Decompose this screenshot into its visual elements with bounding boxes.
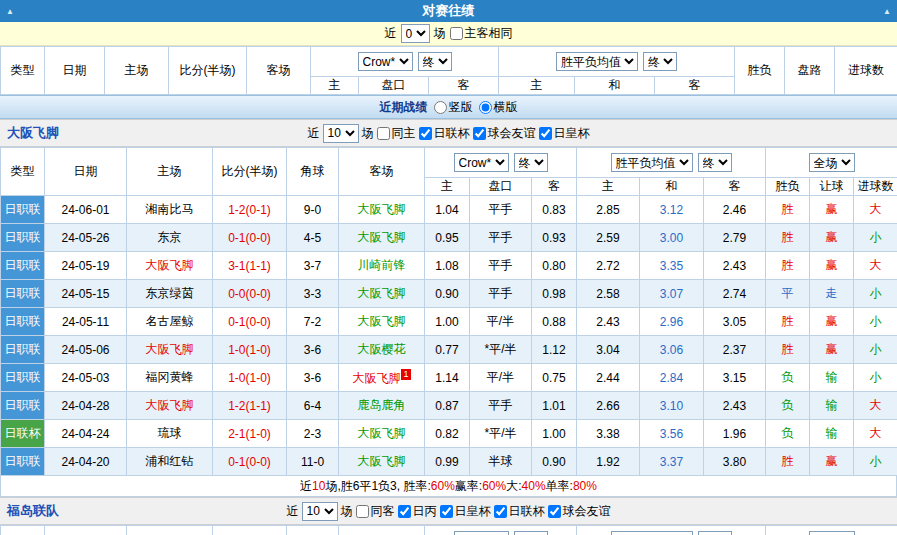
same-venue-checkbox[interactable] [450,27,463,40]
bookmaker-select[interactable]: Crow* [454,531,509,535]
avg-type-select[interactable]: 胜平负均值 [556,52,638,71]
filter-league-cup[interactable]: 日联杯 [494,503,545,520]
home-team[interactable]: 东京 [127,224,213,252]
collapse-left-icon[interactable]: ▲ [0,7,20,16]
col-avg-home: 主 [499,77,575,95]
home-team[interactable]: 大阪飞脚 [127,392,213,420]
date-cell: 24-05-06 [45,336,127,364]
team-link-fukushima[interactable]: 福岛联队 [7,502,59,520]
date-cell: 24-05-11 [45,308,127,336]
filter-friendly[interactable]: 球会友谊 [473,125,536,142]
score-cell[interactable]: 2-1(1-0) [213,420,287,448]
odds-away-cell: 1.00 [532,420,577,448]
score-cell[interactable]: 1-0(1-0) [213,364,287,392]
league-cell[interactable]: 日职联 [1,336,45,364]
corner-cell: 9-0 [287,196,339,224]
scope-select[interactable]: 全场 [809,531,855,535]
recent-count-select[interactable]: 10 [323,124,359,143]
home-team[interactable]: 浦和红钻 [127,448,213,476]
bookmaker-select[interactable]: Crow* [454,153,509,172]
same-away-checkbox[interactable] [356,505,369,518]
filter-emperor-cup[interactable]: 日皇杯 [440,503,491,520]
odds-home-cell: 0.90 [425,280,470,308]
collapse-right-icon[interactable]: ▲ [877,7,897,16]
j3-checkbox[interactable] [398,505,411,518]
home-team[interactable]: 大阪飞脚 [127,252,213,280]
summary-segment: 场,胜6平1负3, 胜率: [325,478,430,495]
league-cell[interactable]: 日职联 [1,448,45,476]
score-cell[interactable]: 1-2(0-1) [213,196,287,224]
vertical-layout-option[interactable]: 竖版 [434,99,473,116]
h2h-count-select[interactable]: 0 [401,24,430,43]
emperor-cup-checkbox[interactable] [440,505,453,518]
score-cell[interactable]: 0-1(0-0) [213,224,287,252]
odds-away-cell: 0.90 [532,448,577,476]
same-home-checkbox[interactable] [377,127,390,140]
date-cell: 24-04-28 [45,392,127,420]
home-team[interactable]: 大阪飞脚 [127,336,213,364]
away-team[interactable]: 大阪飞脚 [339,196,425,224]
final-odds-select[interactable]: 终 [418,52,452,71]
away-team[interactable]: 大阪飞脚 [339,448,425,476]
handicap-cell: 平/半 [470,364,532,392]
home-team[interactable]: 湘南比马 [127,196,213,224]
away-team[interactable]: 大阪飞脚 [339,280,425,308]
col-away: 客场 [339,526,425,535]
away-team[interactable]: 大阪飞脚 [339,308,425,336]
horizontal-layout-radio[interactable] [479,101,492,114]
filter-emperor-cup[interactable]: 日皇杯 [539,125,590,142]
home-team[interactable]: 东京绿茵 [127,280,213,308]
final-avg-select[interactable]: 终 [698,531,732,535]
let-result-cell: 赢 [810,224,854,252]
horizontal-layout-option[interactable]: 横版 [479,99,518,116]
league-cell[interactable]: 日职联 [1,280,45,308]
friendly-checkbox[interactable] [548,505,561,518]
league-cell[interactable]: 日职联 [1,392,45,420]
avg-away-cell: 2.43 [704,252,766,280]
final-odds-select[interactable]: 终 [514,531,548,535]
home-team[interactable]: 福冈黄蜂 [127,364,213,392]
filter-j3[interactable]: 日丙 [398,503,437,520]
league-cup-checkbox[interactable] [494,505,507,518]
league-cell[interactable]: 日职联 [1,252,45,280]
final-odds-select[interactable]: 终 [514,153,548,172]
avg-type-select[interactable]: 胜平负均值 [611,153,693,172]
away-team[interactable]: 鹿岛鹿角 [339,392,425,420]
away-team[interactable]: 大阪飞脚1 [339,364,425,392]
score-cell[interactable]: 1-2(1-1) [213,392,287,420]
emperor-cup-checkbox[interactable] [539,127,552,140]
col-type: 类型 [1,526,45,535]
avg-type-select[interactable]: 胜平负均值 [611,531,693,535]
league-cell[interactable]: 日职联 [1,364,45,392]
friendly-checkbox[interactable] [473,127,486,140]
away-team[interactable]: 大阪飞脚 [339,224,425,252]
away-team[interactable]: 大阪樱花 [339,336,425,364]
odds-home-cell: 0.77 [425,336,470,364]
final-avg-select[interactable]: 终 [643,52,677,71]
away-team[interactable]: 川崎前锋 [339,252,425,280]
filter-same-away[interactable]: 同客 [356,503,395,520]
away-team[interactable]: 大阪飞脚 [339,420,425,448]
home-team[interactable]: 名古屋鲸 [127,308,213,336]
score-cell[interactable]: 0-1(0-0) [213,448,287,476]
vertical-layout-radio[interactable] [434,101,447,114]
league-cell[interactable]: 日职联 [1,224,45,252]
bookmaker-select[interactable]: Crow* [358,52,413,71]
scope-select[interactable]: 全场 [809,153,855,172]
recent-count-select[interactable]: 10 [302,502,338,521]
score-cell[interactable]: 0-0(0-0) [213,280,287,308]
team-link-gamba[interactable]: 大阪飞脚 [7,124,59,142]
filter-friendly[interactable]: 球会友谊 [548,503,611,520]
filter-same-home[interactable]: 同主 [377,125,416,142]
final-avg-select[interactable]: 终 [698,153,732,172]
same-venue-option[interactable]: 主客相同 [450,25,513,42]
league-cell[interactable]: 日职联 [1,308,45,336]
filter-league-cup[interactable]: 日联杯 [419,125,470,142]
league-cup-checkbox[interactable] [419,127,432,140]
league-cell[interactable]: 日职联 [1,196,45,224]
score-cell[interactable]: 0-1(0-0) [213,308,287,336]
league-cell[interactable]: 日联杯 [1,420,45,448]
home-team[interactable]: 琉球 [127,420,213,448]
score-cell[interactable]: 3-1(1-1) [213,252,287,280]
score-cell[interactable]: 1-0(1-0) [213,336,287,364]
